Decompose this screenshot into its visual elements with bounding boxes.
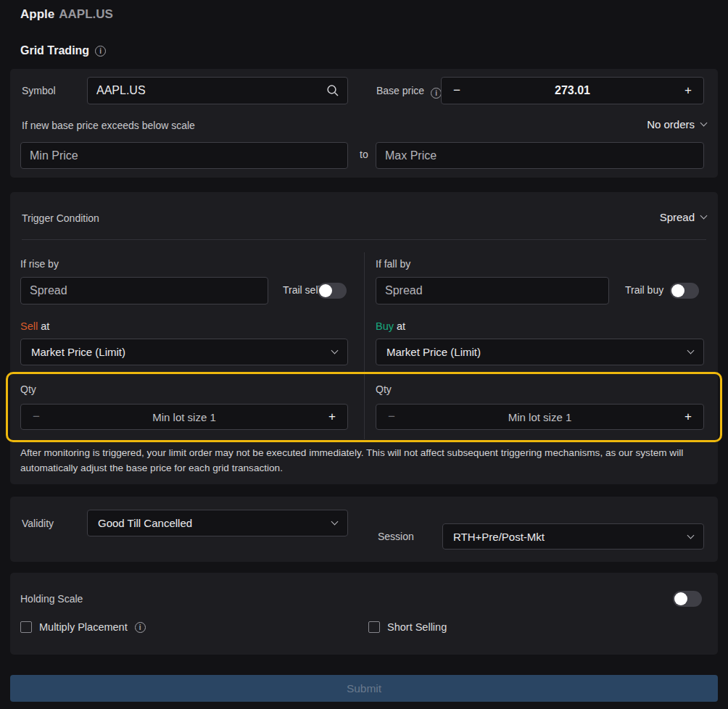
chevron-down-icon [687, 347, 695, 354]
search-icon[interactable] [326, 84, 339, 97]
symbol-input[interactable] [87, 77, 348, 104]
buy-order-type-select[interactable]: Market Price (Limit) [376, 339, 704, 365]
chevron-down-icon [687, 531, 695, 539]
holding-scale-label: Holding Scale [20, 593, 83, 605]
orders-dropdown-value: No orders [647, 118, 695, 130]
buy-at-label: Buy at [376, 320, 405, 332]
base-price-value[interactable]: 273.01 [472, 84, 673, 97]
to-label: to [360, 149, 368, 160]
chevron-down-icon [331, 347, 339, 354]
at-word: at [41, 320, 49, 332]
sell-order-type-select[interactable]: Market Price (Limit) [20, 339, 348, 365]
page-title: AppleAAPL.US [20, 7, 113, 22]
chevron-down-icon [700, 120, 708, 127]
buy-qty-stepper: − Min lot size 1 + [376, 404, 704, 430]
chevron-down-icon [700, 212, 708, 220]
sell-qty-label: Qty [20, 383, 36, 395]
symbol-field-wrap [87, 77, 348, 104]
buy-qty-label: Qty [376, 383, 392, 395]
short-selling-checkbox-row[interactable]: Short Selling [368, 621, 447, 633]
options-panel: Holding Scale Multiply Placement i Short… [10, 573, 718, 655]
session-label: Session [378, 531, 414, 542]
trigger-mode-dropdown[interactable]: Spread [660, 211, 706, 223]
buy-qty-increase-button[interactable]: + [673, 410, 703, 424]
buy-qty-decrease-button[interactable]: − [376, 410, 407, 424]
sell-order-type-value: Market Price (Limit) [31, 346, 125, 358]
submit-button[interactable]: Submit [10, 675, 718, 702]
max-price-input[interactable] [376, 142, 704, 169]
trigger-panel: Trigger Condition Spread If rise by Trai… [10, 192, 718, 484]
scale-hint-label: If new base price exceeds below scale [22, 120, 195, 131]
validity-select[interactable]: Good Till Cancelled [87, 510, 348, 536]
horizontal-divider [22, 239, 706, 240]
grid-trading-title: Grid Trading i [20, 44, 106, 57]
trigger-mode-value: Spread [660, 211, 695, 223]
multiply-placement-label: Multiply Placement [39, 621, 128, 633]
checkbox-icon[interactable] [368, 621, 380, 633]
validity-panel: Validity Good Till Cancelled Session RTH… [10, 497, 718, 562]
multiply-placement-checkbox-row[interactable]: Multiply Placement i [20, 621, 146, 633]
vertical-divider [364, 252, 365, 439]
trail-sell-toggle[interactable] [318, 283, 347, 299]
trigger-condition-label: Trigger Condition [22, 212, 99, 224]
orders-dropdown[interactable]: No orders [647, 118, 706, 130]
sell-qty-increase-button[interactable]: + [317, 410, 347, 424]
monitoring-note: After monitoring is triggered, your limi… [20, 445, 711, 476]
sell-at-label: Sell at [20, 320, 49, 332]
grid-trading-label: Grid Trading [20, 44, 89, 57]
holding-scale-toggle[interactable] [673, 591, 702, 607]
fall-spread-input[interactable] [376, 277, 609, 304]
trail-buy-label: Trail buy [625, 284, 663, 296]
ticker-symbol: AAPL.US [59, 7, 113, 21]
short-selling-label: Short Selling [387, 621, 447, 633]
sell-qty-stepper: − Min lot size 1 + [20, 404, 348, 430]
validity-value: Good Till Cancelled [98, 517, 192, 529]
base-price-stepper: − 273.01 + [441, 77, 704, 104]
rise-spread-input[interactable] [20, 277, 268, 304]
validity-label: Validity [22, 518, 54, 529]
company-name: Apple [20, 7, 54, 21]
base-price-label-text: Base price [376, 85, 424, 96]
min-price-input[interactable] [20, 142, 348, 169]
chevron-down-icon [331, 518, 339, 526]
at-word: at [397, 320, 405, 332]
session-select[interactable]: RTH+Pre/Post-Mkt [442, 523, 704, 550]
if-rise-by-label: If rise by [20, 258, 59, 270]
checkbox-icon[interactable] [20, 621, 32, 633]
if-fall-by-label: If fall by [376, 258, 410, 270]
buy-word: Buy [376, 320, 394, 332]
sell-qty-placeholder[interactable]: Min lot size 1 [51, 411, 317, 423]
trail-buy-toggle[interactable] [670, 283, 699, 299]
buy-qty-placeholder[interactable]: Min lot size 1 [407, 411, 673, 423]
sell-word: Sell [20, 320, 38, 332]
session-value: RTH+Pre/Post-Mkt [453, 531, 545, 543]
base-price-decrease-button[interactable]: − [442, 83, 472, 98]
base-price-info-icon[interactable]: i [431, 88, 442, 99]
base-price-increase-button[interactable]: + [673, 83, 703, 98]
symbol-panel: Symbol Base price i − 273.01 + If new ba… [10, 69, 718, 178]
toggle-knob [674, 592, 687, 605]
buy-order-type-value: Market Price (Limit) [386, 346, 481, 358]
grid-trading-info-icon[interactable]: i [95, 46, 106, 57]
sell-qty-decrease-button[interactable]: − [21, 410, 51, 424]
toggle-knob [319, 284, 332, 297]
toggle-knob [671, 284, 684, 297]
trail-sell-label: Trail sell [283, 284, 320, 296]
multiply-placement-info-icon[interactable]: i [135, 622, 146, 633]
base-price-label: Base price i [376, 85, 442, 99]
symbol-label: Symbol [22, 85, 56, 96]
